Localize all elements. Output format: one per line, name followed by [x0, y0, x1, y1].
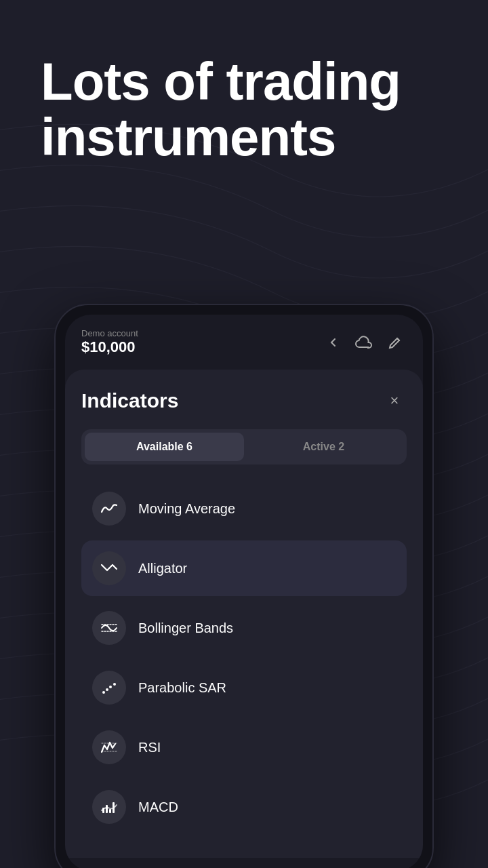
back-icon[interactable]: [321, 331, 344, 354]
indicator-macd[interactable]: MACD: [81, 779, 407, 835]
rsi-icon: [100, 738, 118, 756]
rsi-icon-wrap: [92, 730, 126, 764]
alligator-icon-wrap: [92, 551, 126, 585]
hero-title: Lots of trading instruments: [41, 54, 447, 165]
moving-average-icon-wrap: [92, 492, 126, 526]
tab-switcher: Available 6 Active 2: [81, 429, 407, 465]
close-button[interactable]: ×: [382, 389, 407, 413]
sar-icon: [100, 679, 118, 696]
tab-available[interactable]: Available 6: [85, 433, 244, 461]
indicator-parabolic-sar[interactable]: Parabolic SAR: [81, 660, 407, 715]
svg-point-3: [106, 688, 108, 691]
sar-icon-wrap: [92, 671, 126, 705]
tab-active[interactable]: Active 2: [244, 433, 403, 461]
svg-rect-9: [106, 805, 108, 813]
phone-topbar: Demo account $10,000: [65, 315, 423, 364]
indicator-list: Moving Average Alligator: [81, 481, 407, 835]
svg-point-5: [113, 683, 116, 686]
draw-icon[interactable]: [384, 331, 407, 354]
hero-section: Lots of trading instruments: [0, 0, 488, 193]
phone-screen: Demo account $10,000: [65, 315, 423, 868]
indicator-rsi[interactable]: RSI: [81, 719, 407, 775]
cloud-icon: [352, 331, 375, 354]
topbar-icons: [321, 331, 407, 354]
bollinger-icon-wrap: [92, 611, 126, 645]
alligator-icon: [100, 559, 118, 577]
phone-mockup: Demo account $10,000: [54, 304, 434, 868]
macd-icon: [100, 798, 118, 816]
svg-rect-10: [109, 809, 111, 813]
account-balance: $10,000: [81, 338, 138, 356]
panel-title: Indicators: [81, 389, 178, 412]
rsi-label: RSI: [138, 740, 161, 755]
panel-header: Indicators ×: [81, 389, 407, 413]
alligator-label: Alligator: [138, 561, 187, 576]
bollinger-icon: [100, 619, 118, 637]
indicator-bollinger[interactable]: Bollinger Bands: [81, 600, 407, 656]
svg-point-4: [109, 686, 112, 688]
moving-average-label: Moving Average: [138, 501, 235, 517]
svg-point-2: [102, 691, 105, 694]
moving-average-icon: [100, 500, 118, 517]
account-info: Demo account $10,000: [81, 328, 138, 356]
indicator-moving-average[interactable]: Moving Average: [81, 481, 407, 536]
phone-shell: Demo account $10,000: [54, 304, 434, 868]
bollinger-label: Bollinger Bands: [138, 620, 233, 636]
indicators-panel: Indicators × Available 6 Active 2: [65, 370, 423, 858]
macd-icon-wrap: [92, 790, 126, 824]
sar-label: Parabolic SAR: [138, 680, 226, 696]
indicator-alligator[interactable]: Alligator: [81, 540, 407, 596]
macd-label: MACD: [138, 800, 178, 815]
account-label: Demo account: [81, 328, 138, 338]
